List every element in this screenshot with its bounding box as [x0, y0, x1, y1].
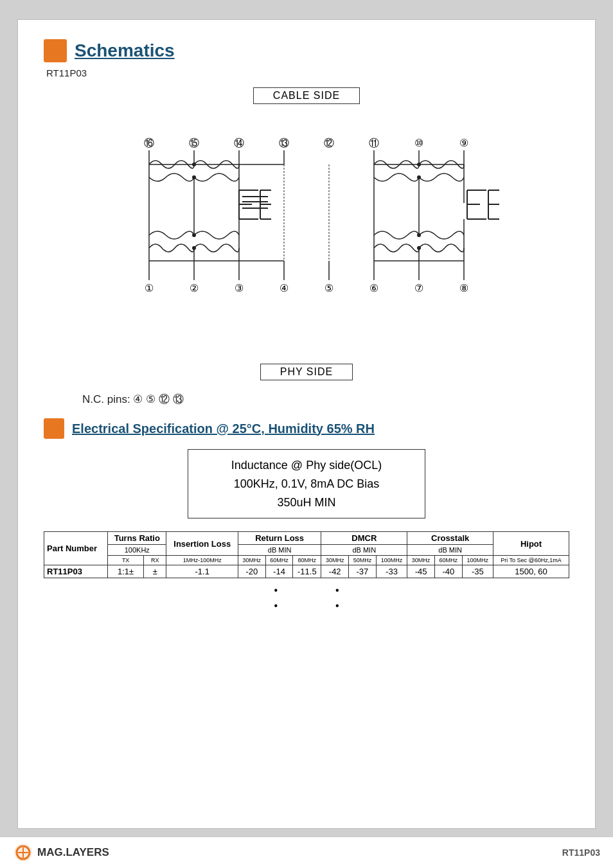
svg-text:⑨: ⑨ [459, 137, 468, 148]
row-80mhz: -11.5 [293, 565, 321, 578]
row-hipot: 1500, 60 [493, 565, 569, 578]
sub-tx: TX [108, 556, 144, 565]
svg-text:⑧: ⑧ [459, 283, 468, 294]
phy-side-label: PHY SIDE [260, 364, 353, 380]
svg-text:⑮: ⑮ [189, 137, 199, 148]
svg-text:⑤: ⑤ [324, 283, 333, 294]
spec-table: Part Number Turns Ratio Insertion Loss R… [44, 531, 569, 578]
table-row: RT11P03 1:1± ± -1.1 -20 -14 -11.5 -42 -3… [44, 565, 569, 578]
schematic-area: CABLE SIDE ⑯ ⑮ ⑭ ⑬ ⑫ ⑪ ⑩ ⑨ [44, 87, 569, 385]
dot2: • [335, 585, 339, 596]
svg-text:②: ② [190, 283, 199, 294]
main-content: Schematics RT11P03 CABLE SIDE ⑯ ⑮ ⑭ ⑬ ⑫ … [17, 19, 596, 829]
orange-spec-icon [44, 418, 64, 439]
col-hipot: Hipot [493, 532, 569, 556]
row-part: RT11P03 [44, 565, 108, 578]
table-header-sub: 100KHz dB MIN dB MIN dB MIN [44, 545, 569, 556]
tiny-30mhz2: 30MHz [321, 556, 349, 565]
row-ct30: -45 [407, 565, 435, 578]
tiny-1mhz: 1MHz-100MHz [166, 556, 238, 565]
svg-text:⑯: ⑯ [144, 137, 154, 148]
svg-text:⑥: ⑥ [369, 283, 378, 294]
sub-db-min-dmcr: dB MIN [321, 545, 407, 556]
part-number-top: RT11P03 [46, 67, 569, 78]
schematics-header: Schematics [44, 39, 569, 62]
dot4: • [335, 600, 339, 612]
brand-name: MAG.LAYERS [37, 846, 109, 859]
svg-text:⑪: ⑪ [369, 137, 379, 148]
col-return-loss: Return Loss [238, 532, 321, 545]
svg-text:⑬: ⑬ [279, 137, 289, 148]
row-dmcr100: -33 [376, 565, 407, 578]
dot3: • [274, 600, 278, 612]
sub-100khz: 100KHz [108, 545, 166, 556]
nc-pins-label: N.C. pins: [82, 393, 130, 405]
svg-text:⑦: ⑦ [414, 283, 423, 294]
svg-text:①: ① [145, 283, 154, 294]
logo-icon [13, 842, 33, 863]
footer-bar: MAG.LAYERS RT11P03 [0, 837, 613, 868]
row-il: -1.1 [166, 565, 238, 578]
dots-row2: • • [44, 600, 569, 612]
footer-logo: MAG.LAYERS [13, 842, 109, 863]
svg-text:⑫: ⑫ [324, 137, 334, 148]
svg-text:③: ③ [235, 283, 244, 294]
inductance-line1: Inductance @ Phy side(OCL) [208, 456, 405, 475]
inductance-line3: 350uH MIN [208, 493, 405, 512]
spec-header: Electrical Specification @ 25°C, Humidit… [44, 418, 569, 439]
col-part-number: Part Number [44, 532, 108, 565]
tiny-hipot: Pri To Sec @60Hz,1mA [493, 556, 569, 565]
svg-text:④: ④ [280, 283, 289, 294]
row-dmcr50: -37 [349, 565, 377, 578]
sub-db-min-il: dB MIN [238, 545, 321, 556]
footer-part-number: RT11P03 [562, 847, 600, 858]
tiny-100mhz3: 100MHz [462, 556, 493, 565]
row-dmcr30: -42 [321, 565, 349, 578]
row-rx: ± [144, 565, 166, 578]
sub-db-min-ct: dB MIN [407, 545, 493, 556]
nc-pins: N.C. pins: ④ ⑤ ⑫ ⑬ [82, 392, 569, 407]
col-crosstalk: Crosstalk [407, 532, 493, 545]
tiny-80mhz: 80MHz [293, 556, 321, 565]
row-ct100: -35 [462, 565, 493, 578]
schematic-svg: ⑯ ⑮ ⑭ ⑬ ⑫ ⑪ ⑩ ⑨ [101, 113, 512, 364]
spec-title: Electrical Specification @ 25°C, Humidit… [72, 421, 375, 436]
dot1: • [274, 585, 278, 596]
sub-rx: RX [144, 556, 166, 565]
tiny-60mhz: 60MHz [265, 556, 293, 565]
svg-text:⑩: ⑩ [414, 137, 423, 148]
svg-text:⑭: ⑭ [234, 137, 244, 148]
dots-row: • • [44, 585, 569, 596]
col-turns-ratio: Turns Ratio [108, 532, 166, 545]
row-ct60: -40 [434, 565, 462, 578]
tiny-60mhz3: 60MHz [434, 556, 462, 565]
table-header-main: Part Number Turns Ratio Insertion Loss R… [44, 532, 569, 545]
schematics-title: Schematics [75, 40, 175, 61]
tiny-30mhz: 30MHz [238, 556, 265, 565]
tiny-50mhz: 50MHz [349, 556, 377, 565]
table-header-tiny: TX RX 1MHz-100MHz 30MHz 60MHz 80MHz 30MH… [44, 556, 569, 565]
col-dmcr: DMCR [321, 532, 407, 545]
nc-pins-symbols: ④ ⑤ ⑫ ⑬ [133, 393, 183, 405]
col-insertion-loss: Insertion Loss [166, 532, 238, 556]
inductance-box: Inductance @ Phy side(OCL) 100KHz, 0.1V,… [188, 449, 425, 518]
cable-side-label: CABLE SIDE [253, 87, 360, 104]
row-turns: 1:1± [108, 565, 144, 578]
row-30mhz: -20 [238, 565, 265, 578]
tiny-30mhz3: 30MHz [407, 556, 435, 565]
tiny-100mhz: 100MHz [376, 556, 407, 565]
row-60mhz: -14 [265, 565, 293, 578]
inductance-line2: 100KHz, 0.1V, 8mA DC Bias [208, 475, 405, 493]
orange-icon [44, 39, 67, 62]
